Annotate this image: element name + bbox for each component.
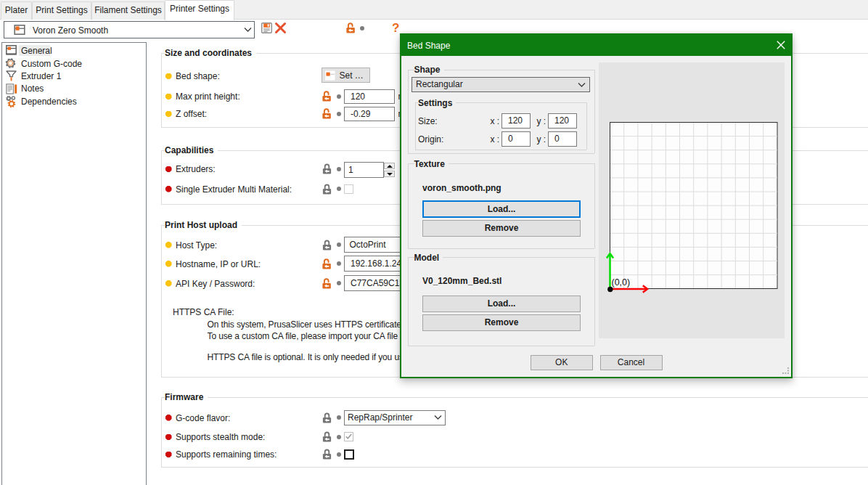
svg-text:(0,0): (0,0): [612, 277, 631, 287]
